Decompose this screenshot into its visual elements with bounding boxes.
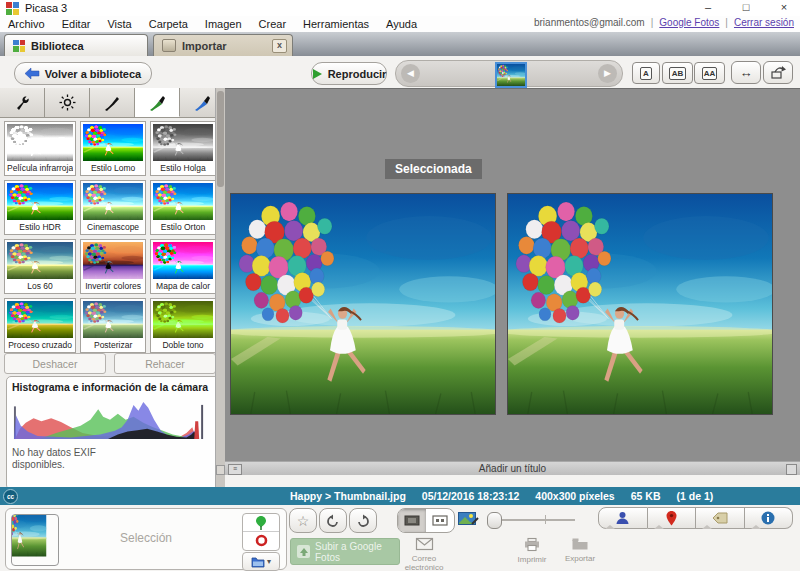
menu-herramientas[interactable]: Herramientas bbox=[303, 18, 369, 30]
effect-los-60[interactable]: Los 60 bbox=[4, 239, 76, 294]
tab-effects-green[interactable] bbox=[135, 88, 180, 117]
zoom-slider[interactable] bbox=[487, 508, 579, 530]
scrollbar-thumb[interactable] bbox=[217, 91, 224, 187]
view-mode-toggle bbox=[397, 508, 455, 533]
tags-button[interactable] bbox=[696, 507, 745, 529]
exif-status: No hay datos EXIF disponibles. bbox=[12, 447, 215, 471]
export-button[interactable]: Exportar bbox=[558, 538, 602, 563]
maximize-icon[interactable]: □ bbox=[738, 0, 754, 15]
next-photo-icon[interactable]: ▶ bbox=[598, 64, 617, 83]
add-to-album-button[interactable]: ▾ bbox=[242, 552, 280, 571]
edit-photo-icon[interactable] bbox=[458, 511, 479, 526]
tab-importar[interactable]: Importar x bbox=[153, 34, 293, 56]
photo-compare[interactable] bbox=[507, 193, 773, 415]
properties-button[interactable] bbox=[745, 507, 794, 529]
green-brush-icon bbox=[149, 94, 166, 111]
effect-preview bbox=[83, 124, 143, 161]
status-position: (1 de 1) bbox=[676, 490, 713, 502]
selection-tray: Selección ▾ bbox=[5, 508, 287, 570]
redo-button[interactable]: Rehacer bbox=[114, 353, 216, 374]
email-label: Correo electrónico bbox=[400, 554, 448, 571]
tab-label: Importar bbox=[182, 40, 227, 52]
view-side-by-side-button[interactable]: AB bbox=[662, 62, 693, 84]
places-button[interactable] bbox=[648, 507, 697, 529]
effect-posterizar[interactable]: Posterizar bbox=[80, 298, 146, 353]
tab-biblioteca[interactable]: Biblioteca bbox=[4, 34, 148, 56]
scrollbar-arrow[interactable] bbox=[216, 465, 225, 475]
tray-photo-thumbnail[interactable] bbox=[11, 514, 59, 566]
prev-photo-icon[interactable]: ◀ bbox=[401, 64, 420, 83]
menu-editar[interactable]: Editar bbox=[62, 18, 91, 30]
zoom-track[interactable] bbox=[493, 519, 575, 521]
apply-to-photo-button[interactable] bbox=[763, 61, 793, 84]
effect-preview bbox=[153, 124, 213, 161]
menu-carpeta[interactable]: Carpeta bbox=[149, 18, 188, 30]
effect-preview bbox=[7, 124, 73, 161]
tab-strip: Biblioteca Importar x bbox=[0, 32, 800, 56]
upload-google-photos-button[interactable]: Subir a Google Fotos bbox=[290, 538, 400, 565]
play-label: Reproducir bbox=[328, 68, 387, 80]
filmstrip-navigator: ◀ ▶ bbox=[395, 60, 623, 87]
print-button[interactable]: Imprimir bbox=[510, 538, 554, 564]
rotate-left-button[interactable] bbox=[319, 508, 347, 533]
rotate-right-button[interactable] bbox=[349, 508, 377, 533]
rotate-right-icon bbox=[356, 514, 370, 528]
effect-preview bbox=[83, 183, 143, 220]
view-single-button[interactable]: A bbox=[632, 62, 660, 84]
effect-proceso-cruzado[interactable]: Proceso cruzado bbox=[4, 298, 76, 353]
people-button[interactable] bbox=[598, 507, 648, 529]
photo-selected[interactable] bbox=[230, 193, 496, 415]
fit-width-button[interactable]: ↔ bbox=[731, 61, 761, 84]
logout-link[interactable]: Cerrar sesión bbox=[734, 17, 794, 28]
effects-grid: Película infrarroja Estilo Lomo Estilo H… bbox=[4, 121, 216, 353]
current-photo-thumbnail[interactable] bbox=[495, 62, 527, 88]
effect-estilo-orton[interactable]: Estilo Orton bbox=[150, 180, 216, 235]
menu-imagen[interactable]: Imagen bbox=[205, 18, 242, 30]
caption-options-icon[interactable] bbox=[786, 464, 797, 475]
creative-commons-icon[interactable]: cc bbox=[3, 489, 18, 504]
grid-view-button[interactable] bbox=[426, 509, 454, 532]
tab-lighting[interactable] bbox=[45, 88, 90, 117]
play-button[interactable]: Reproducir bbox=[311, 62, 387, 85]
clear-selection-button[interactable] bbox=[243, 532, 279, 549]
google-photos-link[interactable]: Google Fotos bbox=[659, 17, 719, 28]
back-to-library-button[interactable]: Volver a biblioteca bbox=[14, 62, 152, 85]
effect-pelicula-infrarroja[interactable]: Película infrarroja bbox=[4, 121, 76, 176]
chevron-down-icon: ▾ bbox=[267, 557, 271, 566]
selection-label: Selección bbox=[66, 531, 226, 545]
effect-invertir-colores[interactable]: Invertir colores bbox=[80, 239, 146, 294]
close-icon[interactable]: × bbox=[776, 0, 792, 15]
tab-basic-fixes[interactable] bbox=[0, 88, 45, 117]
zoom-handle[interactable] bbox=[487, 512, 502, 529]
effect-mapa-de-calor[interactable]: Mapa de calor bbox=[150, 239, 216, 294]
window-title: Picasa 3 bbox=[25, 2, 67, 14]
view-duplicate-button[interactable]: AA bbox=[694, 62, 725, 84]
minimize-icon[interactable]: – bbox=[700, 0, 716, 15]
rgb-histogram bbox=[12, 396, 208, 442]
single-view-icon bbox=[404, 515, 420, 526]
menu-ayuda[interactable]: Ayuda bbox=[386, 18, 417, 30]
menu-crear[interactable]: Crear bbox=[259, 18, 287, 30]
bottom-bar: Selección ▾ bbox=[0, 505, 800, 571]
email-button[interactable]: Correo electrónico bbox=[400, 538, 448, 571]
person-icon bbox=[615, 511, 630, 525]
tab-effects-basic[interactable] bbox=[90, 88, 135, 117]
star-button[interactable]: ☆ bbox=[289, 508, 317, 533]
single-view-button[interactable] bbox=[398, 509, 426, 532]
hold-selection-button[interactable] bbox=[243, 514, 279, 532]
effect-estilo-hdr[interactable]: Estilo HDR bbox=[4, 180, 76, 235]
effect-estilo-lomo[interactable]: Estilo Lomo bbox=[80, 121, 146, 176]
undo-button[interactable]: Deshacer bbox=[4, 353, 106, 374]
effect-estilo-holga[interactable]: Estilo Holga bbox=[150, 121, 216, 176]
album-icon bbox=[251, 556, 265, 568]
status-dimensions: 400x300 píxeles bbox=[535, 490, 614, 502]
menu-vista[interactable]: Vista bbox=[107, 18, 131, 30]
separator: | bbox=[725, 17, 728, 28]
effect-cinemascope[interactable]: Cinemascope bbox=[80, 180, 146, 235]
effects-scrollbar[interactable] bbox=[215, 88, 225, 487]
tab-close-icon[interactable]: x bbox=[272, 39, 287, 53]
menu-archivo[interactable]: Archivo bbox=[8, 18, 45, 30]
caption-input[interactable]: Añadir un título bbox=[225, 462, 800, 475]
effect-doble-tono[interactable]: Doble tono bbox=[150, 298, 216, 353]
export-label: Exportar bbox=[558, 554, 602, 563]
